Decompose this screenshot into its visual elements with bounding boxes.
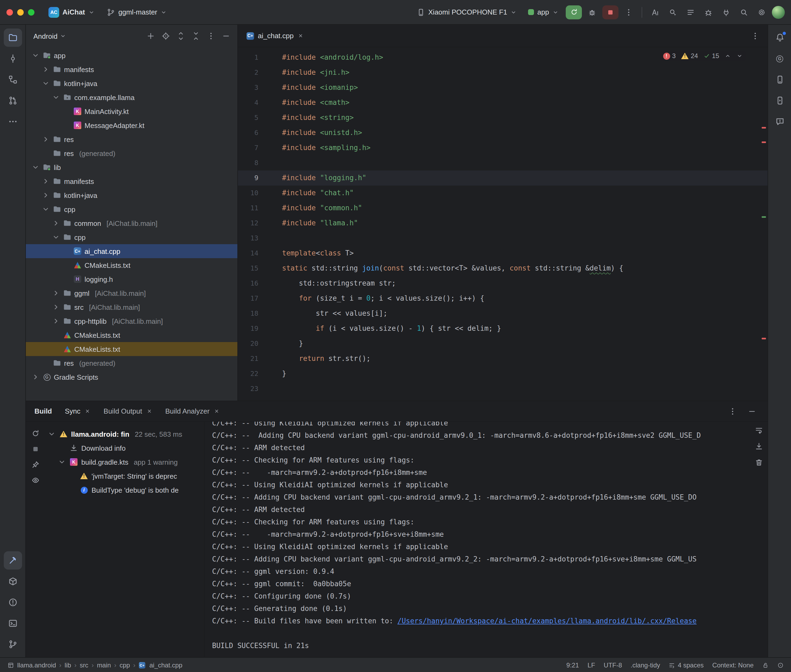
clear-console-icon[interactable] [755,458,763,467]
minimize-window-button[interactable] [17,9,24,15]
error-stripe[interactable] [761,47,768,401]
project-view-selector[interactable]: Android [34,32,66,40]
tree-item-cpp[interactable]: cpp [26,230,237,244]
build-event-llama-android-fin[interactable]: !llama.android: fin22 sec, 583 ms [45,427,204,441]
close-tab-icon[interactable] [85,408,91,414]
tree-item-res[interactable]: res [26,132,237,146]
tree-item-res[interactable]: res(generated) [26,356,237,370]
plugin-button[interactable] [719,5,734,19]
font-tool-button[interactable] [648,5,663,19]
terminal-tool-button[interactable] [3,614,22,632]
tree-item-mainactivity-kt[interactable]: KMainActivity.kt [26,104,237,118]
running-devices-button[interactable] [770,91,789,110]
tree-item-src[interactable]: src[AiChat.lib.main] [26,300,237,314]
status-widget-inspections-level[interactable] [777,662,784,668]
build-event-buildtype-debug-is-both-de[interactable]: iBuildType 'debug' is both de [45,483,204,497]
build-tab-build-analyzer[interactable]: Build Analyzer [165,407,220,415]
breadcrumb-item-cpp[interactable]: cpp [119,661,130,669]
status-widget-line-separator[interactable]: LF [587,661,595,669]
new-item-button[interactable] [144,30,158,43]
tree-item-messageadapter-kt[interactable]: KMessageAdapter.kt [26,118,237,132]
status-widget-indent-config[interactable]: 4 spaces [669,661,704,669]
tree-item-kotlin-java[interactable]: kotlin+java [26,76,237,90]
error-mark[interactable] [762,141,766,143]
tree-item-manifests[interactable]: manifests [26,62,237,76]
tree-item-cmakelists-txt[interactable]: CMakeLists.txt [26,328,237,342]
code-area[interactable]: 1#include <android/log.h>2#include <jni.… [238,47,768,401]
zoom-window-button[interactable] [28,9,34,15]
editor-tab-ai-chat-cpp[interactable]: C+ ai_chat.cpp [240,24,310,47]
tree-item-cpp[interactable]: cpp [26,202,237,216]
close-tab-icon[interactable] [146,408,152,414]
inspections-widget[interactable]: !3 !24 15 [659,51,746,61]
more-actions-button[interactable] [621,5,636,19]
notifications-button[interactable] [770,29,789,47]
expand-all-button[interactable] [174,30,188,43]
tree-item-ai-chat-cpp[interactable]: C+ai_chat.cpp [26,244,237,258]
build-tab-build-output[interactable]: Build Output [104,407,152,415]
commit-tool-button[interactable] [3,50,22,68]
soft-wrap-icon[interactable] [755,426,763,435]
device-selector[interactable]: Xiaomi POCOPHONE F1 [412,5,521,19]
tree-item-logging-h[interactable]: Hlogging.h [26,272,237,286]
tree-item-cpp-httplib[interactable]: cpp-httplib[AiChat.lib.main] [26,314,237,328]
hide-panel-button[interactable] [219,30,233,43]
vcs-branch-selector[interactable]: ggml-master [102,5,172,19]
search-everywhere-button[interactable] [736,5,751,19]
problems-tool-button[interactable] [3,593,22,611]
next-issue-button[interactable] [736,53,743,59]
hide-build-panel-button[interactable] [745,405,759,418]
tree-item-res[interactable]: res(generated) [26,146,237,160]
device-manager-button[interactable] [770,70,789,89]
status-widget-caret-position[interactable]: 9:21 [566,661,579,669]
more-tools-button[interactable] [3,112,22,131]
tree-item-lib[interactable]: lib [26,160,237,174]
avatar[interactable] [772,6,785,19]
collapse-all-button[interactable] [189,30,203,43]
tree-item-ggml[interactable]: ggml[AiChat.lib.main] [26,286,237,300]
panel-options-button[interactable] [204,30,218,43]
tree-item-cmakelists-txt[interactable]: CMakeLists.txt [26,258,237,272]
status-widget-file-lock[interactable] [762,662,769,668]
build-tool-button[interactable] [3,551,22,570]
breadcrumb-item-lib[interactable]: lib [64,661,71,669]
close-window-button[interactable] [6,9,13,15]
previous-issue-button[interactable] [725,53,731,59]
breadcrumb-item-main[interactable]: main [97,661,111,669]
profiler-button[interactable] [701,5,716,19]
run-button[interactable] [566,5,582,19]
project-tool-button[interactable] [3,29,22,47]
debug-button[interactable] [584,5,600,19]
dependencies-tool-button[interactable] [3,572,22,590]
rerun-build-icon[interactable] [31,429,40,438]
build-event-build-gradle-kts[interactable]: Kbuild.gradle.ktsapp 1 warning [45,455,204,469]
tree-item-com-example-llama[interactable]: com.example.llama [26,90,237,104]
build-tab-sync[interactable]: Sync [65,407,91,415]
pull-requests-tool-button[interactable] [3,91,22,110]
build-output-link[interactable]: /Users/hanyin/Workspace/ai-chat/examples… [398,617,696,625]
gradle-tool-button[interactable]: G [770,50,789,68]
structure-tool-button[interactable] [3,70,22,89]
tree-item-common[interactable]: common[AiChat.lib.main] [26,216,237,230]
status-widget-file-encoding[interactable]: UTF-8 [604,661,622,669]
close-tab-icon[interactable] [297,33,303,39]
status-widget-clang-tidy[interactable]: .clang-tidy [631,661,660,669]
breadcrumb-item-ai-chat-cpp[interactable]: ai_chat.cpp [149,661,183,669]
breadcrumb-item-llama-android[interactable]: llama.android [17,661,56,669]
tree-item-gradle-scripts[interactable]: GGradle Scripts [26,370,237,384]
build-console[interactable]: C/C++: -- Using KleidiAI optimized kerne… [205,422,768,657]
version-control-tool-button[interactable] [3,635,22,653]
build-event-jvmtarget-string-is-deprec[interactable]: !'jvmTarget: String' is deprec [45,469,204,483]
app-quality-insights-button[interactable] [770,112,789,131]
build-options-button[interactable] [725,405,740,418]
project-selector[interactable]: AC AiChat [44,4,99,20]
stop-build-icon[interactable] [31,445,40,453]
tree-item-app[interactable]: app [26,48,237,62]
tree-item-manifests[interactable]: manifests [26,174,237,188]
editor-options-button[interactable] [748,29,762,42]
pin-icon[interactable] [31,460,40,469]
inspect-button[interactable] [665,5,680,19]
run-configuration-selector[interactable]: app [524,5,563,19]
select-opened-file-button[interactable] [159,30,173,43]
build-event-download-info[interactable]: Download info [45,441,204,455]
